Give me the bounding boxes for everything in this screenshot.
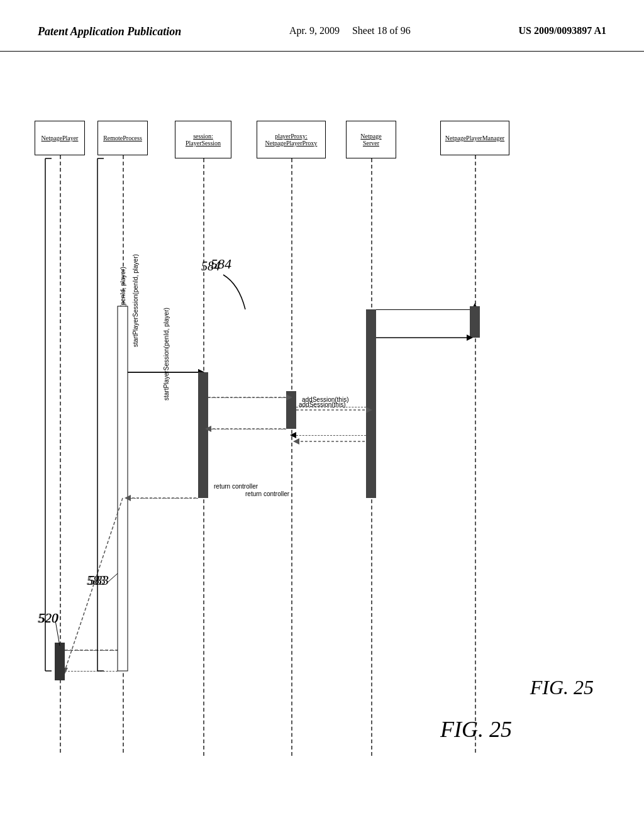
svg-line-30 — [107, 573, 118, 583]
arrowhead-netpage-player-to-remote — [118, 647, 124, 653]
lifeline-box-player-proxy: playerProxy:NetpagePlayerProxy — [257, 121, 326, 158]
activation-remote-process — [118, 306, 128, 671]
sheet-info: Sheet 18 of 96 — [352, 25, 411, 36]
figure-label: FIG. 25 — [530, 676, 594, 699]
arrowhead-to-manager — [472, 303, 478, 309]
arrowhead-server-return — [290, 432, 296, 438]
diagram-area: NetpagePlayer RemoteProcess session:Play… — [0, 58, 644, 825]
diagram-svg: startPlayerSession(penId, player) addSes… — [0, 58, 644, 825]
patent-number: US 2009/0093897 A1 — [518, 25, 606, 36]
arrowhead-add-session — [366, 404, 372, 410]
activation-player-session — [198, 372, 208, 498]
arrowhead-proxy-return — [202, 426, 208, 432]
arrow-add-session — [296, 407, 366, 407]
svg-text:startPlayerSession(penId, play: startPlayerSession(penId, player) — [163, 307, 170, 401]
label-add-session: addSession(this) — [302, 396, 348, 403]
label-return-controller: return controller — [245, 490, 289, 497]
arrow-to-player-proxy — [208, 397, 286, 398]
publication-title: Patent Application Publication — [38, 25, 181, 38]
lifeline-player-proxy — [291, 158, 292, 756]
lifeline-box-netpage-server: NetpageServer — [346, 121, 396, 158]
svg-text:return controller: return controller — [214, 483, 258, 490]
lifeline-box-netpage-player: NetpagePlayer — [35, 121, 85, 155]
arrowhead-session-return — [121, 495, 128, 501]
activation-netpage-player-manager — [470, 306, 480, 338]
arrow-to-manager — [371, 309, 470, 310]
svg-marker-19 — [293, 438, 299, 445]
ref-584: 584 — [201, 259, 220, 274]
arrow-server-return — [296, 435, 366, 436]
lifeline-box-netpage-player-manager: NetpagePlayerManager — [440, 121, 509, 155]
header-center: Apr. 9, 2009 Sheet 18 of 96 — [289, 25, 411, 36]
arrow-session-return — [128, 498, 198, 499]
arrowhead-remote-return — [58, 668, 65, 674]
page-header: Patent Application Publication Apr. 9, 2… — [0, 0, 644, 52]
lifeline-box-player-session: session:PlayerSession — [175, 121, 231, 158]
lifeline-netpage-player-manager — [475, 155, 476, 753]
arrow-final-return — [65, 671, 118, 672]
arrowhead-start-player-session — [198, 369, 204, 375]
label-start-player-session-text: startPlayerSession(penId, player) — [132, 254, 139, 347]
activation-netpage-player — [55, 643, 65, 680]
ref-520: 520 — [39, 611, 58, 626]
arrow-netpage-player-to-remote — [65, 650, 118, 651]
arrow-start-player-session — [128, 372, 198, 373]
lifeline-box-remote-process: RemoteProcess — [97, 121, 148, 155]
ref-583: 583 — [87, 573, 106, 588]
label-start-player-session: startPlayerSession(penId, player) — [119, 267, 126, 360]
arrow-proxy-return — [208, 429, 286, 429]
arrowhead-to-player-proxy — [286, 394, 292, 401]
publication-date: Apr. 9, 2009 — [289, 25, 340, 36]
